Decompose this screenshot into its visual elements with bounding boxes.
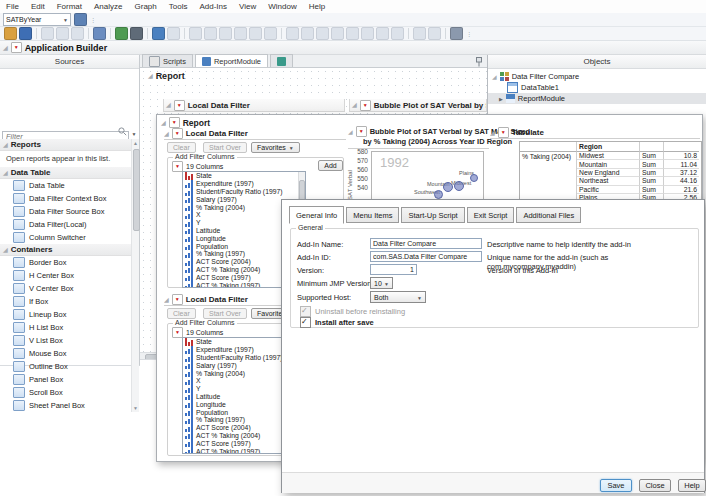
sources-item-sheet-panel-box[interactable]: Sheet Panel Box [0, 399, 131, 412]
outline-disclosure-icon[interactable] [166, 102, 171, 108]
sources-item-data-filter-context-box[interactable]: Data Filter Context Box [0, 192, 131, 205]
minimum-jmp-version-dropdown[interactable]: 10 [370, 277, 393, 289]
objects-item-reportmodule[interactable]: ReportModule [488, 93, 706, 104]
objects-item-datatable1[interactable]: DataTable1 [488, 82, 706, 93]
column-item[interactable]: Expenditure (1997) [183, 180, 305, 188]
sources-item-data-filter-source-box[interactable]: Data Filter Source Box [0, 205, 131, 218]
design-bubble-plot-header[interactable]: Bubble Plot of SAT Verbal by SAT Math Si… [349, 99, 487, 112]
toolbar-overflow-handle[interactable]: ⋮ [90, 16, 97, 23]
favorites-dropdown[interactable]: Favorites [251, 142, 300, 153]
menu-format[interactable]: Format [51, 2, 88, 11]
save-icon[interactable] [19, 27, 32, 40]
menu-file[interactable]: File [0, 2, 25, 11]
local-data-filter-1-header[interactable]: Local Data Filter [164, 128, 346, 140]
sources-item-data-table[interactable]: Data Table [0, 179, 131, 192]
red-triangle-menu-icon[interactable] [11, 42, 22, 53]
menu-view[interactable]: View [233, 2, 262, 11]
outline-disclosure-icon[interactable] [490, 130, 495, 136]
supported-host-dropdown[interactable]: Both [370, 291, 426, 303]
scroll-up-icon[interactable]: ▲ [132, 139, 139, 147]
sources-item-v-list-box[interactable]: V List Box [0, 334, 131, 347]
data-table-window-icon[interactable] [152, 27, 165, 40]
scroll-down-icon[interactable]: ▼ [132, 404, 139, 412]
menu-window[interactable]: Window [262, 2, 302, 11]
tab-menu-items[interactable]: Menu Items [346, 207, 399, 223]
clear-button[interactable]: Clear [167, 308, 196, 319]
column-item[interactable]: State [183, 172, 305, 180]
sources-item-if-box[interactable]: If Box [0, 295, 131, 308]
outline-disclosure-icon[interactable] [148, 73, 153, 79]
bubble-mountain[interactable] [443, 182, 453, 192]
outline-disclosure-icon[interactable] [352, 102, 357, 108]
sources-section-reports[interactable]: Reports [0, 139, 131, 151]
bubble-southwest[interactable] [434, 190, 443, 199]
sources-scrollbar[interactable]: ▲ ▼ [131, 139, 139, 412]
clear-button[interactable]: Clear [167, 142, 196, 153]
sources-item-column-switcher[interactable]: Column Switcher [0, 231, 131, 244]
menu-help[interactable]: Help [303, 2, 331, 11]
add-in-name-input[interactable] [370, 238, 482, 249]
tree-disclosure-icon[interactable] [492, 74, 497, 80]
menu-tools[interactable]: Tools [163, 2, 194, 11]
start-over-button[interactable]: Start Over [203, 308, 247, 319]
section-disclosure-icon[interactable] [3, 142, 8, 148]
red-triangle-menu-icon[interactable] [172, 128, 183, 139]
column-item[interactable]: Student/Faculty Ratio (1997) [183, 188, 305, 196]
design-local-data-filter-header[interactable]: Local Data Filter [163, 99, 345, 112]
combo-caret-icon[interactable] [63, 16, 68, 23]
outline-disclosure-icon[interactable] [164, 297, 169, 303]
tab-additional-files[interactable]: Additional Files [516, 207, 581, 223]
close-button[interactable]: Close [639, 479, 671, 492]
outline-disclosure-icon[interactable] [161, 120, 166, 126]
sources-section-containers[interactable]: Containers [0, 244, 131, 256]
bubble-midwest[interactable] [454, 181, 464, 191]
sources-item-mouse-box[interactable]: Mouse Box [0, 347, 131, 360]
menu-analyze[interactable]: Analyze [88, 2, 128, 11]
script-combo[interactable]: SATByYear [3, 13, 71, 26]
new-window-icon[interactable] [115, 27, 128, 40]
tab-new-module[interactable] [270, 54, 293, 67]
save-button[interactable]: Save [600, 479, 632, 492]
section-disclosure-icon[interactable] [3, 170, 8, 176]
sources-item-h-center-box[interactable]: H Center Box [0, 269, 131, 282]
sources-item-data-filter-local[interactable]: Data Filter(Local) [0, 218, 131, 231]
version-input[interactable] [370, 264, 417, 275]
run-application-icon[interactable] [450, 27, 463, 40]
pin-icon[interactable] [475, 57, 483, 67]
bubble-plains[interactable] [470, 174, 478, 182]
add-in-id-input[interactable] [370, 251, 482, 262]
journal-icon[interactable] [93, 27, 106, 40]
red-triangle-menu-icon[interactable] [356, 126, 367, 137]
open-file-icon[interactable] [4, 27, 17, 40]
objects-item-app[interactable]: Data Filter Compare [488, 71, 706, 82]
add-button[interactable]: Add [318, 160, 343, 171]
install-after-save-checkbox[interactable] [300, 317, 311, 328]
toolbar2-overflow-handle[interactable]: ⋮ [466, 30, 473, 37]
start-over-button[interactable]: Start Over [203, 142, 247, 153]
scrollbar-thumb[interactable] [133, 149, 140, 231]
sources-item-h-list-box[interactable]: H List Box [0, 321, 131, 334]
sources-item-v-center-box[interactable]: V Center Box [0, 282, 131, 295]
tab-scripts[interactable]: Scripts [142, 54, 193, 67]
journal-quick-icon[interactable] [74, 13, 87, 26]
sources-item-lineup-box[interactable]: Lineup Box [0, 308, 131, 321]
filter-options-caret-icon[interactable] [130, 125, 138, 137]
tab-general-info[interactable]: General Info [289, 206, 344, 224]
sources-item-panel-box[interactable]: Panel Box [0, 373, 131, 386]
outline-disclosure-icon[interactable] [348, 129, 353, 135]
tab-report-module[interactable]: ReportModule [195, 54, 268, 67]
sources-item-outline-box[interactable]: Outline Box [0, 360, 131, 373]
red-triangle-menu-icon[interactable] [172, 294, 183, 305]
red-triangle-menu-icon[interactable] [169, 117, 180, 128]
red-triangle-menu-icon[interactable] [498, 127, 509, 138]
menu-edit[interactable]: Edit [25, 2, 51, 11]
menu-graph[interactable]: Graph [129, 2, 163, 11]
tab-exit-script[interactable]: Exit Script [467, 207, 515, 223]
menu-add-ins[interactable]: Add-Ins [193, 2, 233, 11]
outline-disclosure-icon[interactable] [164, 131, 169, 137]
preferences-icon[interactable] [130, 27, 143, 40]
tab-start-up-script[interactable]: Start-Up Script [401, 207, 464, 223]
section-disclosure-icon[interactable] [3, 247, 8, 253]
red-triangle-menu-icon[interactable] [174, 100, 185, 111]
bubble-plot-header[interactable]: Bubble Plot of SAT Verbal by SAT Math Si… [348, 126, 489, 149]
